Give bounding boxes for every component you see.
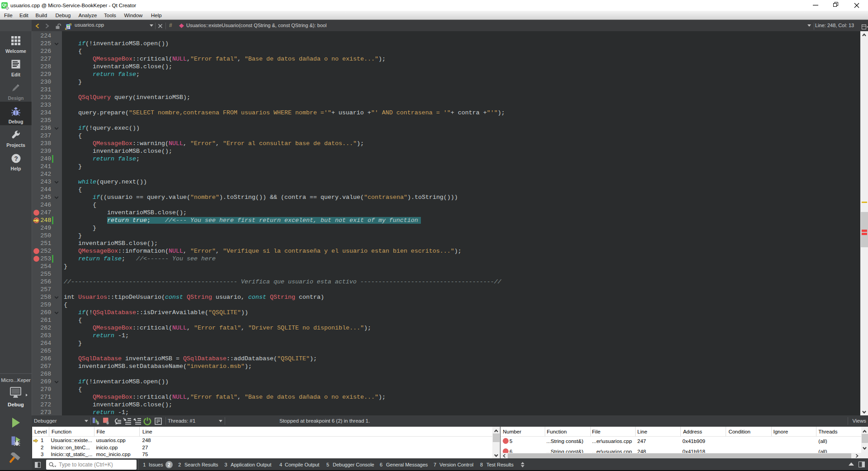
svg-text:?: ? xyxy=(14,155,18,162)
